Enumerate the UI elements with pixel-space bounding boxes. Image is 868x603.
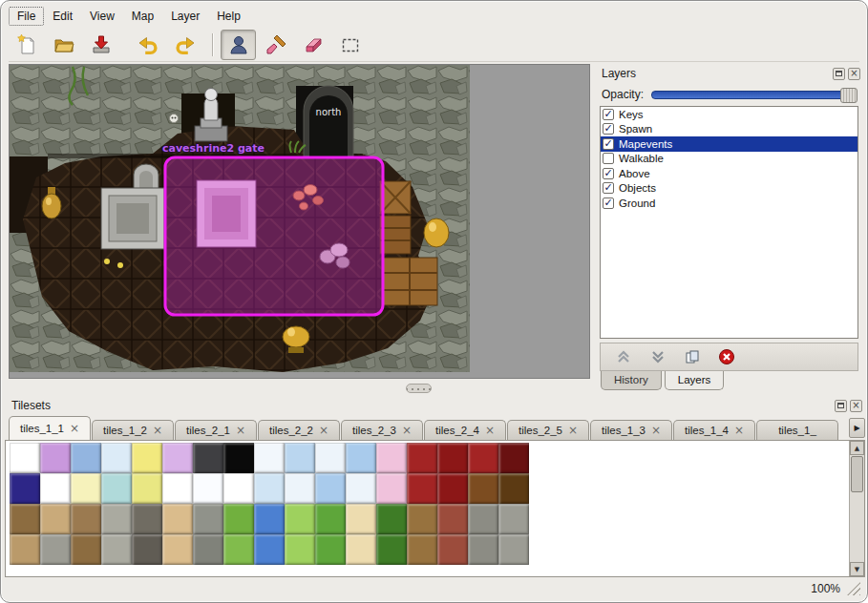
tile-1-0[interactable] — [10, 473, 40, 504]
selection-rectangle[interactable] — [165, 157, 383, 315]
tile-1-13[interactable] — [407, 473, 437, 504]
layer-visibility-checkbox[interactable]: ✓ — [603, 123, 614, 135]
layer-row-above[interactable]: ✓Above — [601, 166, 857, 181]
undo-button[interactable] — [130, 30, 165, 60]
tile-3-8[interactable] — [254, 534, 285, 565]
layer-row-ground[interactable]: ✓Ground — [601, 196, 857, 211]
tile-1-12[interactable] — [376, 473, 407, 504]
tile-2-1[interactable] — [40, 504, 71, 534]
menu-file[interactable]: File — [9, 7, 44, 26]
tile-0-16[interactable] — [498, 443, 529, 473]
north-gate-object[interactable]: north — [304, 86, 353, 156]
tab-close-icon[interactable]: × — [70, 424, 79, 433]
tile-2-14[interactable] — [437, 504, 468, 534]
tile-3-7[interactable] — [223, 534, 254, 565]
tile-1-14[interactable] — [437, 473, 468, 504]
tile-1-5[interactable] — [162, 473, 193, 504]
tile-2-13[interactable] — [407, 504, 437, 534]
tab-close-icon[interactable]: × — [319, 426, 328, 435]
tile-3-9[interactable] — [285, 534, 315, 565]
character-tool-button[interactable] — [221, 30, 256, 60]
layer-row-mapevents[interactable]: ✓Mapevents — [601, 136, 857, 152]
tile-3-12[interactable] — [376, 534, 407, 565]
select-tool-button[interactable] — [332, 30, 368, 60]
tile-0-12[interactable] — [376, 443, 407, 473]
tile-3-13[interactable] — [407, 534, 437, 565]
tile-3-10[interactable] — [315, 534, 346, 565]
tile-0-8[interactable] — [254, 443, 285, 473]
tile-1-6[interactable] — [193, 473, 223, 504]
scroll-up-button[interactable]: ▲ — [850, 441, 864, 455]
tile-2-4[interactable] — [132, 504, 162, 534]
raise-layer-button[interactable] — [612, 346, 635, 367]
tile-2-5[interactable] — [162, 504, 193, 534]
layer-visibility-checkbox[interactable]: ✓ — [603, 109, 614, 120]
layer-row-walkable[interactable]: Walkable — [601, 152, 857, 167]
tab-close-icon[interactable]: × — [485, 426, 495, 435]
tile-3-3[interactable] — [101, 534, 132, 565]
layer-visibility-checkbox[interactable]: ✓ — [603, 182, 614, 194]
menu-view[interactable]: View — [81, 7, 123, 26]
open-file-button[interactable] — [46, 30, 81, 60]
tile-1-7[interactable] — [223, 473, 254, 504]
layer-visibility-checkbox[interactable]: ✓ — [603, 138, 614, 150]
tab-scroll-right-button[interactable]: ▶ — [849, 418, 865, 438]
duplicate-layer-button[interactable] — [681, 346, 704, 367]
brush-tool-button[interactable] — [258, 30, 293, 60]
tileset-tab-tiles_1_4[interactable]: tiles_1_4× — [673, 420, 755, 440]
tile-2-15[interactable] — [468, 504, 498, 534]
tileset-tab-tiles_1_2[interactable]: tiles_1_2× — [92, 420, 174, 440]
tile-3-11[interactable] — [346, 534, 376, 565]
redo-button[interactable] — [167, 30, 202, 60]
tile-3-4[interactable] — [132, 534, 162, 565]
tile-1-2[interactable] — [71, 473, 101, 504]
tileset-tab-tiles_2_3[interactable]: tiles_2_3× — [341, 420, 423, 440]
layer-visibility-checkbox[interactable] — [603, 153, 614, 164]
opacity-slider-handle[interactable] — [840, 88, 857, 103]
opacity-slider[interactable] — [651, 91, 857, 99]
tile-3-16[interactable] — [498, 534, 529, 565]
tile-0-7[interactable] — [223, 443, 254, 473]
tile-3-6[interactable] — [193, 534, 223, 565]
layer-row-keys[interactable]: ✓Keys — [601, 107, 857, 122]
dock-tab-layers[interactable]: Layers — [665, 371, 725, 390]
gray-monument-object[interactable] — [101, 188, 164, 249]
close-tilesets-button[interactable]: × — [850, 400, 862, 412]
tile-2-16[interactable] — [498, 504, 529, 534]
layer-row-objects[interactable]: ✓Objects — [601, 181, 857, 197]
tile-0-0[interactable] — [10, 443, 40, 473]
tileset-grid[interactable] — [10, 443, 835, 576]
tile-2-2[interactable] — [71, 504, 101, 534]
tileset-tab-tiles_1_[interactable]: tiles_1_ — [756, 420, 838, 440]
tile-0-9[interactable] — [285, 443, 315, 473]
tile-1-3[interactable] — [101, 473, 132, 504]
layer-row-spawn[interactable]: ✓Spawn — [601, 122, 857, 137]
tile-2-7[interactable] — [223, 504, 254, 534]
tile-1-8[interactable] — [254, 473, 285, 504]
tab-close-icon[interactable]: × — [568, 426, 578, 435]
resize-grip[interactable] — [847, 582, 860, 595]
tile-0-11[interactable] — [346, 443, 376, 473]
tile-1-4[interactable] — [132, 473, 162, 504]
menu-edit[interactable]: Edit — [44, 7, 81, 26]
tile-3-15[interactable] — [468, 534, 498, 565]
float-tilesets-button[interactable] — [835, 400, 847, 412]
tab-close-icon[interactable]: × — [236, 426, 245, 435]
splitter-handle[interactable] — [406, 384, 432, 393]
tileset-tab-tiles_1_1[interactable]: tiles_1_1× — [9, 416, 91, 440]
tileset-tab-tiles_1_3[interactable]: tiles_1_3× — [590, 420, 672, 440]
tile-0-15[interactable] — [468, 443, 498, 473]
tile-3-5[interactable] — [162, 534, 193, 565]
tileset-tab-tiles_2_4[interactable]: tiles_2_4× — [424, 420, 506, 440]
tab-close-icon[interactable]: × — [402, 426, 412, 435]
tileset-tab-tiles_2_1[interactable]: tiles_2_1× — [175, 420, 257, 440]
tile-0-13[interactable] — [407, 443, 437, 473]
eraser-tool-button[interactable] — [295, 30, 330, 60]
tile-0-6[interactable] — [193, 443, 223, 473]
close-panel-button[interactable]: × — [848, 68, 860, 80]
tileset-scrollbar[interactable]: ▲ ▼ — [849, 441, 864, 576]
tile-0-10[interactable] — [315, 443, 346, 473]
menu-layer[interactable]: Layer — [162, 7, 208, 26]
tile-1-10[interactable] — [315, 473, 346, 504]
tile-2-10[interactable] — [315, 504, 346, 534]
